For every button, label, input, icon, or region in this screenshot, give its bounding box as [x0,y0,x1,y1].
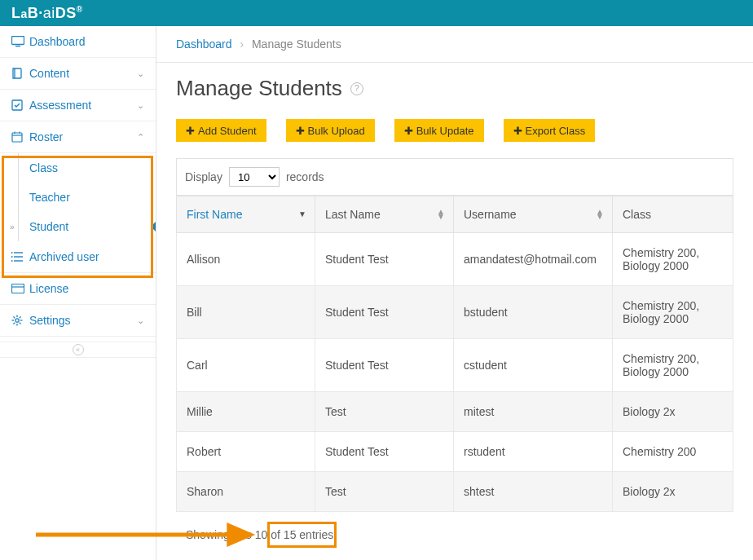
chevron-down-icon: ⌄ [137,100,144,111]
table-cell: amandatest@hotmail.com [454,233,613,286]
button-label: Bulk Upload [308,125,365,137]
svg-rect-1 [15,46,20,46]
sidebar: Dashboard Content ⌄ Assessment ⌄ Roster … [0,26,156,560]
col-label: Username [464,208,517,221]
table-cell: Test [315,392,454,432]
monitor-icon [11,36,29,47]
table-row[interactable]: CarlStudent TestcstudentChemistry 200, B… [177,339,733,392]
col-first-name[interactable]: First Name ▼ [177,196,315,233]
topbar: LaB·aiDS® [0,0,753,26]
bulk-update-button[interactable]: ✚Bulk Update [394,119,484,142]
table-cell: Robert [177,432,315,472]
table-cell: Millie [177,392,315,432]
button-label: Add Student [198,125,257,137]
sidebar-item-label: Dashboard [29,35,144,48]
table-cell: Student Test [315,432,454,472]
button-label: Export Class [526,125,586,137]
table-cell: Student Test [315,339,454,392]
table-cell: Chemistry 200 [613,432,733,472]
svg-rect-3 [12,133,22,142]
table-row[interactable]: RobertStudent TestrstudentChemistry 200 [177,432,733,472]
sidebar-subitem-class[interactable]: Class [0,153,156,183]
col-class[interactable]: Class [613,196,733,233]
gear-icon [11,315,29,326]
svg-point-12 [11,260,13,262]
button-label: Bulk Update [416,125,474,137]
svg-rect-2 [12,100,22,110]
sidebar-item-content[interactable]: Content ⌄ [0,58,156,90]
table-cell: rstudent [454,432,613,472]
add-student-button[interactable]: ✚Add Student [176,119,266,142]
plus-icon: ✚ [513,125,522,137]
breadcrumb-current: Manage Students [252,37,341,51]
plus-icon: ✚ [186,125,195,137]
bulk-upload-button[interactable]: ✚Bulk Upload [286,119,375,142]
sidebar-subitem-label: Class [29,161,58,174]
svg-line-20 [13,316,15,318]
collapse-sidebar-button[interactable]: « [0,342,156,358]
sort-icon: ▲▼ [596,209,604,219]
plus-icon: ✚ [296,125,305,137]
breadcrumb-sep: › [240,37,244,51]
table-cell: Bill [177,286,315,339]
check-square-icon [11,99,29,111]
sidebar-subitem-label: Teacher [29,191,70,204]
sidebar-item-settings[interactable]: Settings ⌄ [0,305,156,337]
col-label: First Name [187,208,242,221]
help-icon[interactable]: ? [350,82,363,95]
table-cell: Chemistry 200, Biology 2000 [613,339,733,392]
svg-line-23 [13,323,15,324]
sidebar-item-archived[interactable]: Archived user [0,241,156,273]
chevron-up-icon: ⌃ [137,132,144,143]
sidebar-item-assessment[interactable]: Assessment ⌄ [0,90,156,121]
display-records: Display 10 records [176,158,733,196]
sidebar-subitem-teacher[interactable]: Teacher [0,183,156,212]
table-cell: bstudent [454,286,613,339]
table-row[interactable]: BillStudent TestbstudentChemistry 200, B… [177,286,733,339]
sidebar-item-roster[interactable]: Roster ⌃ [0,121,156,153]
svg-rect-13 [12,284,24,293]
sidebar-subitem-label: Student [29,220,68,233]
sidebar-item-label: Archived user [29,250,144,263]
breadcrumb: Dashboard › Manage Students [156,26,753,63]
sort-icon: ▲▼ [437,209,445,219]
sidebar-item-label: Assessment [29,99,137,112]
table-cell: Allison [177,233,315,286]
list-icon [11,252,29,262]
table-cell: Test [315,472,454,512]
col-last-name[interactable]: Last Name ▲▼ [315,196,454,233]
calendar-icon [11,131,29,143]
svg-rect-0 [12,37,24,45]
chevron-down-icon: ⌄ [137,315,144,326]
table-row[interactable]: MillieTestmitestBiology 2x [177,392,733,432]
collapse-icon: « [73,344,84,355]
breadcrumb-root[interactable]: Dashboard [176,37,232,51]
footer-text: Showing 1 to 10 [186,528,271,541]
logo: LaB·aiDS® [11,5,83,22]
table-cell: Student Test [315,286,454,339]
sidebar-item-label: Settings [29,314,137,327]
sidebar-item-label: Roster [29,130,137,143]
page-title: Manage Students ? [156,63,753,119]
table-cell: Chemistry 200, Biology 2000 [613,233,733,286]
sidebar-item-dashboard[interactable]: Dashboard [0,26,156,58]
sidebar-item-label: License [29,282,144,295]
plus-icon: ✚ [404,125,413,137]
table-row[interactable]: SharonTestshtestBiology 2x [177,472,733,512]
sidebar-item-license[interactable]: License [0,273,156,305]
export-class-button[interactable]: ✚Export Class [504,119,596,142]
content-area: Dashboard › Manage Students Manage Stude… [156,26,753,560]
book-icon [11,68,29,79]
sidebar-subitem-student[interactable]: » Student [0,212,156,241]
table-cell: Carl [177,339,315,392]
records-select[interactable]: 10 [229,167,280,187]
svg-point-10 [11,252,13,254]
col-username[interactable]: Username ▲▼ [454,196,613,233]
chevron-right-icon: » [10,223,15,231]
footer-highlight-text: of 15 entries [271,528,333,541]
sidebar-item-label: Content [29,67,137,80]
table-row[interactable]: AllisonStudent Testamandatest@hotmail.co… [177,233,733,286]
card-icon [11,284,29,293]
sort-desc-icon: ▼ [298,212,306,217]
display-prefix: Display [185,170,222,183]
